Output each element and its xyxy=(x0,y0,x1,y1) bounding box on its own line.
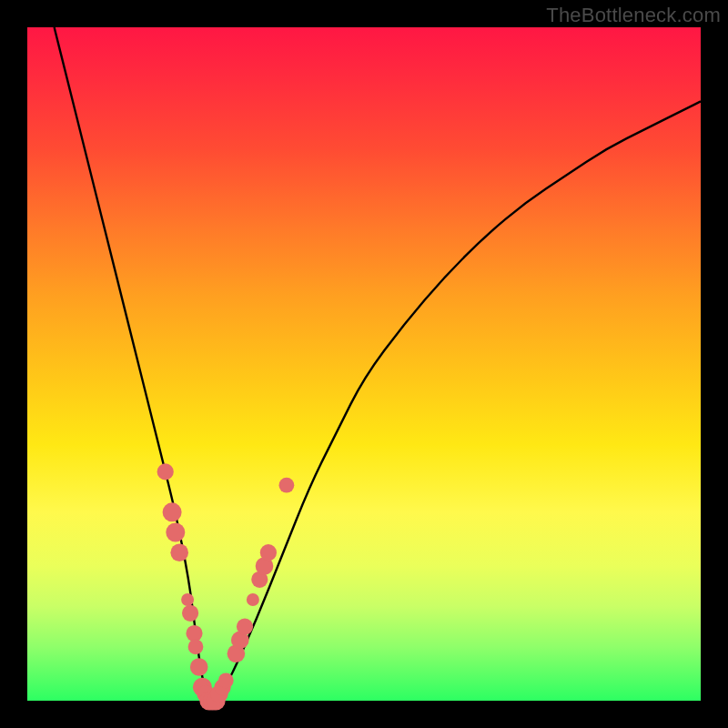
data-point xyxy=(188,639,204,654)
data-point xyxy=(157,463,174,480)
data-point xyxy=(237,619,253,635)
data-point xyxy=(182,605,198,622)
bottleneck-curve xyxy=(55,27,701,701)
data-point xyxy=(166,523,185,542)
plot-area xyxy=(27,27,701,701)
data-point xyxy=(260,544,277,561)
watermark-text: TheBottleneck.com xyxy=(546,4,721,27)
data-point xyxy=(170,543,188,561)
data-markers xyxy=(157,463,295,710)
data-point xyxy=(218,672,234,688)
data-point xyxy=(190,658,208,676)
data-point xyxy=(279,478,295,493)
chart-frame: TheBottleneck.com xyxy=(0,0,728,728)
data-point xyxy=(247,593,259,606)
data-point xyxy=(163,502,182,521)
data-point xyxy=(181,593,194,606)
data-point xyxy=(186,625,202,642)
chart-svg xyxy=(27,27,701,701)
